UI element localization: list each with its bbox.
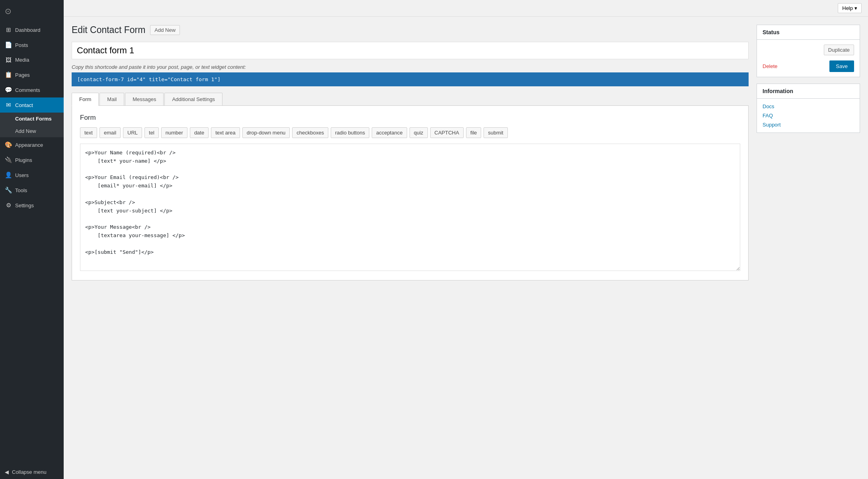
status-box-title: Status [757,25,860,40]
shortcode-label: Copy this shortcode and paste it into yo… [72,64,749,70]
tag-buttons-container: textemailURLtelnumberdatetext areadrop-d… [80,127,740,138]
collapse-menu-button[interactable]: ◀ Collapse menu [0,465,64,479]
form-tabs: Form Mail Messages Additional Settings [72,93,749,106]
save-button[interactable]: Save [829,60,854,72]
tag-button-submit[interactable]: submit [484,127,507,138]
pages-icon: 📋 [5,71,12,78]
sidebar-item-tools[interactable]: 🔧 Tools [0,183,64,198]
sidebar-item-users[interactable]: 👤 Users [0,167,64,183]
page-header: Edit Contact Form Add New [72,25,749,35]
collapse-icon: ◀ [5,469,9,475]
form-code-textarea[interactable] [80,144,740,271]
topbar: Help ▾ [64,0,868,17]
tag-button-radio-buttons[interactable]: radio buttons [331,127,369,138]
form-panel: Form textemailURLtelnumberdatetext aread… [72,106,749,280]
contact-submenu: Contact Forms Add New [0,113,64,137]
tag-button-file[interactable]: file [466,127,482,138]
status-box-content: Duplicate Delete Save [757,40,860,77]
sidebar-item-pages[interactable]: 📋 Pages [0,67,64,82]
site-logo: ⊙ [0,0,64,22]
media-icon: 🖼 [5,56,12,63]
tag-button-tel[interactable]: tel [144,127,159,138]
sidebar-subitem-contact-forms[interactable]: Contact Forms [0,113,64,125]
sidebar-subitem-add-new[interactable]: Add New [0,125,64,137]
tag-button-drop-down-menu[interactable]: drop-down menu [242,127,290,138]
tag-button-number[interactable]: number [161,127,187,138]
tools-icon: 🔧 [5,187,12,194]
sidebar-item-media[interactable]: 🖼 Media [0,53,64,67]
chevron-down-icon: ▾ [854,5,857,11]
duplicate-button[interactable]: Duplicate [824,45,854,55]
main-area: Help ▾ Edit Contact Form Add New Copy th… [64,0,868,479]
info-link-faq[interactable]: FAQ [763,113,854,119]
contact-icon: ✉ [5,101,12,109]
sidebar: ⊙ ⊞ Dashboard 📄 Posts 🖼 Media 📋 Pages 💬 … [0,0,64,479]
help-button[interactable]: Help ▾ [838,3,862,13]
tag-button-captcha[interactable]: CAPTCHA [430,127,464,138]
information-box-content: DocsFAQSupport [757,99,860,132]
tag-button-quiz[interactable]: quiz [410,127,428,138]
delete-link[interactable]: Delete [763,63,778,69]
form-title-input[interactable] [72,42,749,59]
sidebar-item-comments[interactable]: 💬 Comments [0,82,64,97]
information-box: Information DocsFAQSupport [757,84,860,133]
appearance-icon: 🎨 [5,141,12,148]
posts-icon: 📄 [5,41,12,49]
sidebar-item-plugins[interactable]: 🔌 Plugins [0,152,64,167]
add-new-button[interactable]: Add New [150,25,180,35]
tag-button-date[interactable]: date [190,127,209,138]
status-box: Status Duplicate Delete Save [757,25,860,77]
sidebar-item-appearance[interactable]: 🎨 Appearance [0,137,64,152]
status-actions: Delete Save [763,60,854,72]
dashboard-icon: ⊞ [5,26,12,33]
sidebar-item-dashboard[interactable]: ⊞ Dashboard [0,22,64,37]
tag-button-url[interactable]: URL [123,127,142,138]
right-sidebar: Status Duplicate Delete Save Information… [757,25,860,471]
users-icon: 👤 [5,171,12,179]
page-title: Edit Contact Form [72,25,145,35]
form-section-title: Form [80,114,740,122]
main-panel: Edit Contact Form Add New Copy this shor… [72,25,749,471]
shortcode-box[interactable]: [contact-form-7 id="4" title="Contact fo… [72,72,749,86]
tag-button-email[interactable]: email [99,127,121,138]
plugins-icon: 🔌 [5,156,12,164]
tag-button-checkboxes[interactable]: checkboxes [292,127,328,138]
info-link-docs[interactable]: Docs [763,103,854,109]
info-link-support[interactable]: Support [763,122,854,128]
tag-button-acceptance[interactable]: acceptance [372,127,407,138]
tab-mail[interactable]: Mail [99,93,124,105]
tab-additional-settings[interactable]: Additional Settings [164,93,222,105]
tab-form[interactable]: Form [72,93,99,106]
settings-icon: ⚙ [5,202,12,209]
content-area: Edit Contact Form Add New Copy this shor… [64,17,868,479]
tab-messages[interactable]: Messages [125,93,164,105]
info-links: DocsFAQSupport [763,103,854,128]
sidebar-item-contact[interactable]: ✉ Contact [0,97,64,113]
sidebar-item-posts[interactable]: 📄 Posts [0,37,64,53]
wordpress-icon: ⊙ [5,6,12,16]
tag-button-text-area[interactable]: text area [211,127,240,138]
sidebar-item-settings[interactable]: ⚙ Settings [0,198,64,213]
information-box-title: Information [757,84,860,99]
comments-icon: 💬 [5,86,12,93]
tag-button-text[interactable]: text [80,127,97,138]
